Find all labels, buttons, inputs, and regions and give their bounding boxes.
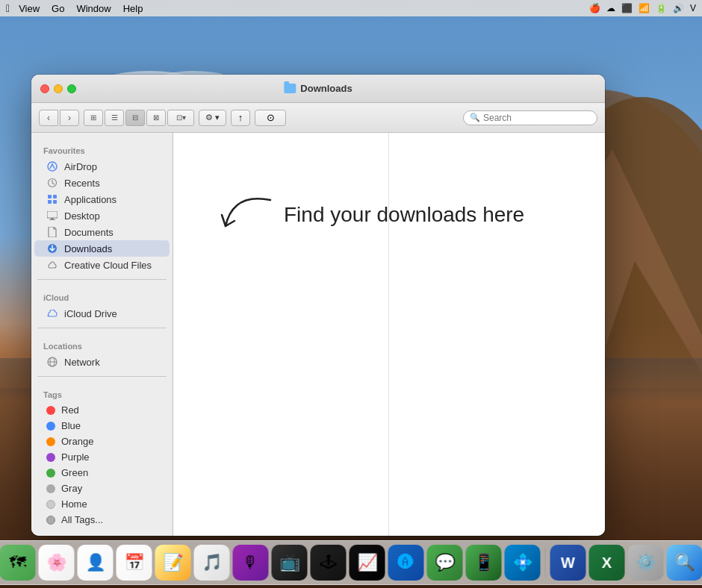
file-area: Find your downloads here: [173, 133, 605, 536]
dock-item-appletv[interactable]: 📺: [272, 545, 308, 581]
finder-icon: 🔍: [674, 553, 695, 572]
menu-icon-cloud: ☁: [606, 3, 615, 13]
window-title: Downloads: [300, 83, 352, 94]
green-tag-dot: [46, 469, 55, 478]
sidebar-item-airdrop[interactable]: AirDrop: [34, 158, 170, 175]
creative-cloud-icon: [46, 259, 58, 271]
menubar:  View Go Window Help 🍎 ☁ ⬛ 📶 🔋 🔊 V: [0, 0, 702, 16]
blue-tag-dot: [46, 422, 55, 431]
menu-window[interactable]: Window: [76, 3, 111, 14]
svg-rect-14: [48, 200, 52, 204]
search-box[interactable]: 🔍: [463, 110, 597, 125]
photos-icon: 🌸: [46, 553, 66, 572]
share-icon: ↑: [238, 112, 243, 123]
sidebar-item-network[interactable]: Network: [34, 354, 170, 370]
icon-view-icon: ⊞: [90, 113, 96, 122]
recents-icon: [46, 177, 58, 189]
sidebar-item-recents[interactable]: Recents: [34, 175, 170, 191]
title-bar: Downloads: [31, 75, 605, 103]
view-cover-btn[interactable]: ⊠: [146, 110, 166, 126]
sidebar-item-tag-blue[interactable]: Blue: [34, 418, 170, 434]
sidebar-item-tag-red[interactable]: Red: [34, 402, 170, 418]
sidebar-label-desktop: Desktop: [64, 210, 100, 222]
dock-item-podcasts[interactable]: 🎙: [233, 545, 269, 581]
dock-item-whatsapp[interactable]: 📱: [466, 545, 502, 581]
purple-tag-dot: [46, 453, 55, 462]
dock-item-photos[interactable]: 🌸: [39, 545, 75, 581]
divider-icloud: [37, 279, 167, 280]
action-button[interactable]: ⚙ ▾: [199, 110, 226, 126]
sidebar-label-airdrop: AirDrop: [64, 161, 97, 172]
menu-icon-cast: ⬛: [621, 3, 633, 13]
search-input[interactable]: [483, 113, 591, 123]
apple-menu[interactable]: : [6, 2, 10, 14]
sidebar-item-documents[interactable]: Documents: [34, 224, 170, 240]
sidebar-item-tag-home[interactable]: Home: [34, 496, 170, 512]
tag-button[interactable]: ⊙: [255, 110, 286, 126]
share-button[interactable]: ↑: [231, 110, 250, 126]
dock-item-contacts[interactable]: 👤: [78, 545, 114, 581]
sidebar-label-all-tags: All Tags...: [61, 514, 103, 525]
close-button[interactable]: [40, 84, 49, 93]
sidebar-item-tag-green[interactable]: Green: [34, 465, 170, 481]
sidebar-item-applications[interactable]: Applications: [34, 191, 170, 207]
music-icon: 🎵: [202, 553, 222, 572]
dock-item-excel[interactable]: X: [589, 545, 625, 581]
dock-item-calendar[interactable]: 📅: [117, 545, 152, 581]
gallery-view-icon: ⊡▾: [176, 113, 186, 122]
syspref-icon: ⚙️: [636, 553, 656, 572]
menu-help[interactable]: Help: [123, 3, 143, 14]
sidebar-item-tag-gray[interactable]: Gray: [34, 481, 170, 496]
back-icon: ‹: [47, 113, 50, 123]
sidebar-label-tag-orange: Orange: [61, 436, 93, 447]
dock-item-stocks[interactable]: 📈: [350, 545, 385, 581]
sidebar-item-desktop[interactable]: Desktop: [34, 207, 170, 224]
window-title-area: Downloads: [284, 83, 352, 94]
sidebar-item-tag-orange[interactable]: Orange: [34, 434, 170, 449]
sidebar: Favourites AirDrop Recents: [31, 133, 173, 536]
dock-item-syspref[interactable]: ⚙️: [628, 545, 664, 581]
dock-separator: [545, 548, 546, 578]
orange-tag-dot: [46, 437, 55, 446]
title-folder-icon: [284, 84, 296, 93]
red-tag-dot: [46, 406, 55, 415]
appstore-icon: 🅐: [398, 553, 414, 572]
dock-item-messages[interactable]: 💬: [427, 545, 463, 581]
dock-item-notes[interactable]: 📝: [155, 545, 191, 581]
sidebar-item-tag-purple[interactable]: Purple: [34, 449, 170, 465]
view-icon-btn[interactable]: ⊞: [84, 110, 103, 126]
dock-item-word[interactable]: W: [550, 545, 586, 581]
view-gallery-dropdown-btn[interactable]: ⊡▾: [167, 110, 194, 126]
action-icon: ⚙: [205, 113, 213, 122]
sidebar-label-recents: Recents: [64, 178, 100, 189]
sidebar-item-creative-cloud[interactable]: Creative Cloud Files: [34, 257, 170, 273]
dock-item-skype[interactable]: 💠: [505, 545, 541, 581]
dock-item-maps[interactable]: 🗺: [0, 545, 36, 581]
sidebar-label-tag-green: Green: [61, 467, 88, 478]
menu-view[interactable]: View: [19, 3, 40, 14]
menu-go[interactable]: Go: [52, 3, 64, 14]
menu-icon-eject: 🍎: [589, 3, 600, 13]
dock-item-finder[interactable]: 🔍: [667, 545, 703, 581]
notes-icon: 📝: [163, 553, 183, 572]
annotation: Find your downloads here: [218, 193, 524, 237]
back-button[interactable]: ‹: [39, 110, 58, 126]
dock-item-music[interactable]: 🎵: [194, 545, 230, 581]
view-column-btn[interactable]: ⊟: [125, 110, 145, 126]
menu-icon-volume: 🔊: [673, 3, 684, 13]
window-controls: [40, 84, 76, 93]
maximize-button[interactable]: [67, 84, 76, 93]
sidebar-label-applications: Applications: [64, 194, 117, 205]
forward-button[interactable]: ›: [60, 110, 79, 126]
minimize-button[interactable]: [54, 84, 63, 93]
view-list-btn[interactable]: ☰: [105, 110, 124, 126]
dock-item-arcade[interactable]: 🕹: [311, 545, 347, 581]
sidebar-label-creative-cloud: Creative Cloud Files: [64, 260, 152, 271]
sidebar-item-downloads[interactable]: Downloads: [34, 240, 170, 257]
sidebar-item-all-tags[interactable]: All Tags...: [34, 512, 170, 528]
search-icon: 🔍: [470, 113, 480, 122]
sidebar-item-icloud-drive[interactable]: iCloud Drive: [34, 305, 170, 322]
column-view-icon: ⊟: [132, 113, 138, 122]
dock-item-appstore[interactable]: 🅐: [388, 545, 424, 581]
appletv-icon: 📺: [279, 553, 299, 572]
